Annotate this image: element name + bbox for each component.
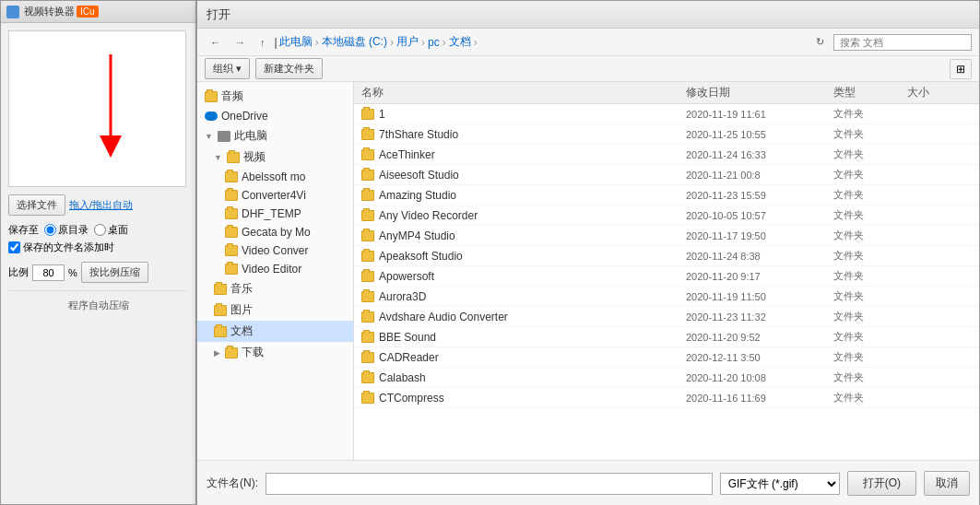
file-type: 文件夹	[833, 330, 907, 344]
view-button[interactable]: ⊞	[950, 59, 972, 79]
filename-label: 文件名(N):	[207, 476, 258, 491]
auto-compress-label: 程序自动压缩	[8, 290, 188, 312]
nav-item-onedrive[interactable]: OneDrive	[197, 107, 353, 125]
nav-item-audio[interactable]: 音频	[197, 86, 353, 107]
bc-item-1[interactable]: 本地磁盘 (C:)	[322, 34, 387, 50]
nav-item-videoconver[interactable]: Video Conver	[197, 241, 353, 260]
folder-icon	[361, 393, 374, 404]
file-date: 2020-11-24 16:33	[686, 149, 833, 160]
bc-item-4[interactable]: 文档	[449, 34, 471, 50]
file-name: Calabash	[379, 371, 426, 384]
add-time-checkbox[interactable]	[8, 241, 20, 253]
nav-label: 视频	[243, 149, 266, 165]
nav-label: Video Editor	[242, 263, 301, 276]
save-desktop-radio[interactable]: 桌面	[94, 223, 128, 237]
compress-button[interactable]: 按比例压缩	[81, 262, 148, 283]
file-date: 2020-11-17 19:50	[686, 230, 833, 241]
file-type: 文件夹	[833, 310, 907, 323]
table-row[interactable]: Apowersoft 2020-11-20 9:17 文件夹	[354, 266, 979, 287]
nav-item-video[interactable]: ▼ 视频	[197, 147, 353, 168]
table-row[interactable]: BBE Sound 2020-11-20 9:52 文件夹	[354, 327, 979, 347]
bc-item-3[interactable]: pc	[428, 36, 440, 49]
file-name: Avdshare Audio Converter	[379, 311, 508, 323]
preview-area	[8, 30, 186, 187]
table-row[interactable]: Apeaksoft Studio 2020-11-24 8:38 文件夹	[354, 246, 979, 266]
save-original-radio[interactable]: 原目录	[44, 223, 89, 237]
expand-icon: ▼	[205, 132, 213, 141]
table-row[interactable]: 7thShare Studio 2020-11-25 10:55 文件夹	[354, 124, 979, 145]
drag-hint: 拖入/拖出自动	[69, 198, 133, 212]
file-name: AceThinker	[379, 148, 435, 161]
table-row[interactable]: Calabash 2020-11-20 10:08 文件夹	[354, 368, 979, 388]
nav-item-gecata[interactable]: Gecata by Mo	[197, 223, 353, 241]
table-row[interactable]: 1 2020-11-19 11:61 文件夹	[354, 104, 979, 124]
folder-icon	[227, 152, 240, 163]
col-date-header[interactable]: 修改日期	[686, 85, 833, 100]
search-input[interactable]	[833, 34, 972, 51]
col-name-header[interactable]: 名称	[361, 85, 686, 100]
table-row[interactable]: Aurora3D 2020-11-19 11:50 文件夹	[354, 287, 979, 307]
table-row[interactable]: Amazing Studio 2020-11-23 15:59 文件夹	[354, 185, 979, 206]
bc-item-0[interactable]: 此电脑	[279, 34, 313, 50]
nav-label: Abelssoft mo	[242, 170, 305, 183]
new-folder-button[interactable]: 新建文件夹	[255, 58, 323, 79]
file-name: Apowersoft	[379, 270, 434, 283]
file-date: 2020-11-23 11:32	[686, 311, 833, 323]
nav-item-music[interactable]: 音乐	[197, 278, 353, 299]
filetype-select[interactable]: GIF文件 (*.gif)	[720, 473, 840, 495]
file-name: Aurora3D	[379, 290, 426, 303]
dialog-body: 音频 OneDrive ▼ 此电脑 ▼ 视频 Abelssoft mo	[197, 82, 979, 460]
file-name: BBE Sound	[379, 331, 436, 344]
folder-icon	[225, 171, 238, 182]
nav-item-documents[interactable]: 文档	[197, 321, 353, 342]
scale-input[interactable]	[32, 264, 65, 281]
nav-label: 文档	[230, 323, 253, 339]
table-row[interactable]: CADReader 2020-12-11 3:50 文件夹	[354, 347, 979, 368]
nav-item-downloads[interactable]: ▶ 下载	[197, 342, 353, 363]
table-row[interactable]: Any Video Recorder 2020-10-05 10:57 文件夹	[354, 206, 979, 226]
nav-item-converter4v[interactable]: Converter4Vi	[197, 186, 353, 205]
save-to-row: 保存至 原目录 桌面	[8, 223, 188, 237]
file-name: CTCompress	[379, 392, 444, 405]
cloud-icon	[205, 112, 218, 121]
open-button[interactable]: 打开(O)	[847, 471, 916, 496]
scale-label: 比例	[8, 265, 29, 279]
up-button[interactable]: ↑	[254, 34, 271, 51]
refresh-button[interactable]: ↻	[810, 33, 830, 51]
nav-item-dhf[interactable]: DHF_TEMP	[197, 205, 353, 223]
folder-icon	[361, 271, 374, 282]
forward-button[interactable]: →	[230, 34, 251, 51]
organize-button[interactable]: 组织 ▾	[205, 58, 250, 79]
table-row[interactable]: AnyMP4 Studio 2020-11-17 19:50 文件夹	[354, 226, 979, 246]
folder-icon	[361, 109, 374, 120]
col-type-header[interactable]: 类型	[833, 85, 907, 100]
back-button[interactable]: ←	[205, 34, 226, 51]
nav-label: 音频	[221, 88, 243, 104]
folder-icon	[225, 264, 238, 275]
nav-item-abelssoft[interactable]: Abelssoft mo	[197, 168, 353, 186]
nav-item-pc[interactable]: ▼ 此电脑	[197, 125, 353, 147]
table-row[interactable]: Aiseesoft Studio 2020-11-21 00:8 文件夹	[354, 165, 979, 185]
nav-item-videoeditor[interactable]: Video Editor	[197, 260, 353, 278]
table-row[interactable]: AceThinker 2020-11-24 16:33 文件夹	[354, 145, 979, 165]
dialog-action-bar: 组织 ▾ 新建文件夹 ⊞	[197, 56, 979, 82]
file-type: 文件夹	[833, 370, 907, 384]
file-name: Amazing Studio	[379, 189, 456, 202]
select-file-button[interactable]: 选择文件	[8, 194, 65, 216]
file-date: 2020-11-21 00:8	[686, 170, 833, 181]
file-date: 2020-11-20 9:17	[686, 271, 833, 282]
cancel-button[interactable]: 取消	[924, 471, 970, 496]
col-size-header[interactable]: 大小	[907, 85, 972, 100]
table-row[interactable]: CTCompress 2020-11-16 11:69 文件夹	[354, 388, 979, 408]
nav-label: 图片	[230, 302, 253, 318]
folder-icon	[205, 91, 218, 102]
folder-icon	[214, 326, 227, 337]
nav-item-pictures[interactable]: 图片	[197, 299, 353, 321]
bc-item-2[interactable]: 用户	[396, 34, 419, 50]
nav-label: 音乐	[230, 281, 253, 297]
folder-icon	[214, 305, 227, 316]
checkbox-label: 保存的文件名添加时	[23, 241, 114, 254]
app-titlebar: 视频转换器 ICu	[1, 1, 195, 23]
filename-input[interactable]	[266, 473, 713, 495]
table-row[interactable]: Avdshare Audio Converter 2020-11-23 11:3…	[354, 307, 979, 327]
